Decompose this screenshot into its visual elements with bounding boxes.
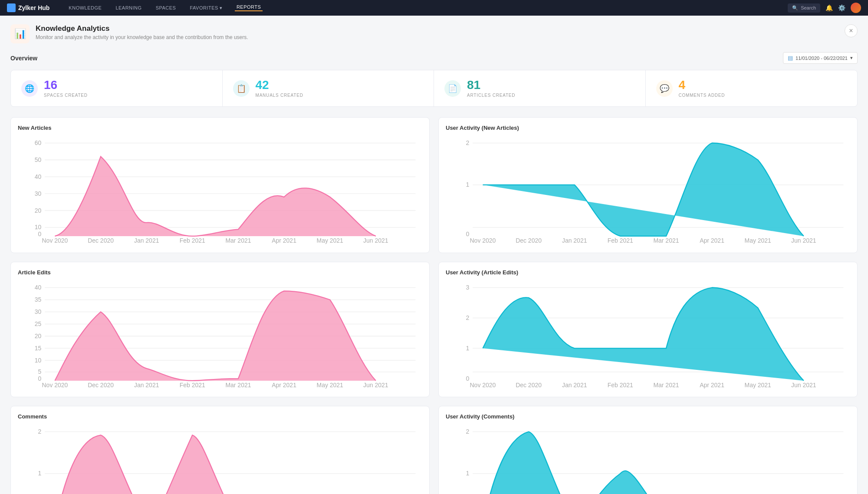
svg-text:40: 40: [35, 284, 42, 291]
user-activity-edits-area-chart: 3 2 1 0 Nov 2020 Dec 2020 Jan 2021 Feb 2…: [446, 281, 850, 389]
svg-text:Feb 2021: Feb 2021: [180, 382, 205, 389]
search-label: Search: [801, 5, 816, 10]
logo[interactable]: Zylker Hub: [7, 3, 49, 12]
page-subtitle: Monitor and analyze the activity in your…: [36, 34, 248, 40]
chat-icon: 💬: [660, 84, 669, 93]
search-icon: 🔍: [792, 5, 798, 11]
svg-text:1: 1: [466, 181, 470, 188]
stat-comments-text: 4 COMMENTS ADDED: [679, 79, 725, 98]
svg-text:60: 60: [35, 139, 42, 146]
svg-text:20: 20: [35, 207, 42, 214]
chart-user-activity-new-svg: 2 1 0 Nov 2020 Dec 2020 Jan 2021 Feb 202…: [446, 136, 850, 246]
chart-comments-title: Comments: [18, 413, 422, 420]
nav-spaces[interactable]: SPACES: [154, 5, 178, 10]
svg-text:Dec 2020: Dec 2020: [516, 382, 542, 389]
nav-favorites[interactable]: FAVORITES ▾: [188, 5, 224, 11]
charts-grid: New Articles 60 50 40 30 20 10: [10, 117, 858, 494]
svg-text:35: 35: [35, 296, 42, 303]
svg-text:Jun 2021: Jun 2021: [363, 237, 388, 244]
date-filter[interactable]: ▤ 11/01/2020 - 06/22/2021 ▾: [783, 52, 858, 64]
comments-icon-wrap: 💬: [656, 80, 673, 97]
nav-knowledge[interactable]: KNOWLEDGE: [67, 5, 103, 10]
page-title: Knowledge Analytics: [36, 24, 248, 33]
comments-number: 4: [679, 79, 725, 91]
svg-text:30: 30: [35, 308, 42, 315]
comments-label: COMMENTS ADDED: [679, 93, 725, 98]
chart-comments: Comments 2 1 0 Nov 2020 Dec 2020 Jan 202…: [10, 406, 430, 494]
new-articles-area-chart: 60 50 40 30 20 10 0 Nov 2020 Dec 2020 Ja…: [18, 136, 422, 244]
page-content: 📊 Knowledge Analytics Monitor and analyz…: [0, 16, 868, 494]
svg-text:Nov 2020: Nov 2020: [42, 237, 68, 244]
stat-spaces: 🌐 16 SPACES CREATED: [11, 70, 223, 106]
svg-text:Jun 2021: Jun 2021: [791, 382, 816, 389]
svg-text:50: 50: [35, 156, 42, 163]
article-edits-area-chart: 40 35 30 25 20 15 10 5 0 Nov 2020 Dec 20…: [18, 281, 422, 389]
svg-text:Jan 2021: Jan 2021: [134, 382, 159, 389]
svg-text:Jun 2021: Jun 2021: [363, 382, 388, 389]
stat-manuals-text: 42 MANUALS CREATED: [256, 79, 303, 98]
chart-user-activity-comments: User Activity (Comments) 2 1 0 Nov 2020 …: [438, 406, 858, 494]
svg-text:Feb 2021: Feb 2021: [608, 382, 633, 389]
svg-text:Mar 2021: Mar 2021: [225, 382, 251, 389]
svg-text:10: 10: [35, 224, 42, 231]
svg-text:1: 1: [38, 470, 42, 477]
settings-icon[interactable]: ⚙️: [838, 4, 845, 11]
svg-text:0: 0: [466, 375, 470, 382]
articles-label: ARTICLES CREATED: [467, 93, 515, 98]
svg-text:Nov 2020: Nov 2020: [470, 237, 496, 244]
chart-new-articles: New Articles 60 50 40 30 20 10: [10, 117, 430, 253]
svg-text:May 2021: May 2021: [745, 382, 772, 389]
svg-text:Apr 2021: Apr 2021: [700, 237, 724, 244]
avatar[interactable]: [851, 3, 861, 13]
search-bar[interactable]: 🔍 Search: [788, 3, 820, 13]
manuals-label: MANUALS CREATED: [256, 93, 303, 98]
svg-text:Dec 2020: Dec 2020: [516, 237, 542, 244]
chart-comments-svg: 2 1 0 Nov 2020 Dec 2020 Jan 2021 Feb 202…: [18, 425, 422, 494]
chart-article-edits: Article Edits 40 35 30 25 20 15: [10, 262, 430, 398]
clipboard-icon: 📋: [237, 84, 246, 93]
svg-text:2: 2: [466, 139, 470, 146]
svg-text:Apr 2021: Apr 2021: [272, 382, 296, 389]
svg-text:Jan 2021: Jan 2021: [134, 237, 159, 244]
svg-text:30: 30: [35, 190, 42, 197]
svg-text:Jan 2021: Jan 2021: [562, 237, 587, 244]
manuals-icon-wrap: 📋: [233, 80, 250, 97]
svg-text:Dec 2020: Dec 2020: [88, 382, 114, 389]
comments-area-chart: 2 1 0 Nov 2020 Dec 2020 Jan 2021 Feb 202…: [18, 425, 422, 494]
globe-icon: 🌐: [25, 84, 34, 93]
chart-user-activity-edits: User Activity (Article Edits) 3 2 1 0 No…: [438, 262, 858, 398]
logo-icon: [7, 3, 16, 12]
svg-text:Nov 2020: Nov 2020: [470, 382, 496, 389]
analytics-icon: 📊: [14, 28, 26, 40]
calendar-icon: ▤: [788, 55, 793, 61]
chart-user-activity-edits-svg: 3 2 1 0 Nov 2020 Dec 2020 Jan 2021 Feb 2…: [446, 281, 850, 390]
chart-new-articles-title: New Articles: [18, 125, 422, 131]
svg-text:Apr 2021: Apr 2021: [272, 237, 296, 244]
page-header-icon: 📊: [10, 24, 30, 43]
user-activity-comments-area-chart: 2 1 0 Nov 2020 Dec 2020 Jan 2021 Feb 202…: [446, 425, 850, 494]
manuals-number: 42: [256, 79, 303, 91]
svg-text:0: 0: [38, 375, 42, 382]
svg-text:3: 3: [466, 284, 470, 291]
bell-icon[interactable]: 🔔: [825, 4, 833, 11]
spaces-number: 16: [44, 79, 88, 91]
stat-comments: 💬 4 COMMENTS ADDED: [646, 70, 858, 106]
nav-right-section: 🔍 Search 🔔 ⚙️: [788, 3, 861, 13]
stat-articles-text: 81 ARTICLES CREATED: [467, 79, 515, 98]
chart-new-articles-svg: 60 50 40 30 20 10 0 Nov 2020 Dec 2020 Ja…: [18, 136, 422, 246]
chart-user-activity-edits-title: User Activity (Article Edits): [446, 269, 850, 276]
svg-text:2: 2: [466, 314, 470, 321]
svg-text:10: 10: [35, 356, 42, 363]
chart-article-edits-svg: 40 35 30 25 20 15 10 5 0 Nov 2020 Dec 20…: [18, 281, 422, 390]
svg-text:1: 1: [466, 470, 470, 477]
chart-user-activity-new-title: User Activity (New Articles): [446, 125, 850, 131]
stats-row: 🌐 16 SPACES CREATED 📋 42 MANUALS CREATED…: [10, 70, 858, 107]
user-activity-new-area-chart: 2 1 0 Nov 2020 Dec 2020 Jan 2021 Feb 202…: [446, 136, 850, 244]
nav-reports[interactable]: REPORTS: [235, 4, 263, 11]
close-button[interactable]: ×: [845, 24, 858, 37]
svg-text:40: 40: [35, 173, 42, 180]
svg-text:0: 0: [38, 231, 42, 237]
nav-learning[interactable]: LEARNING: [114, 5, 143, 10]
page-header: 📊 Knowledge Analytics Monitor and analyz…: [10, 24, 858, 43]
spaces-label: SPACES CREATED: [44, 93, 88, 98]
